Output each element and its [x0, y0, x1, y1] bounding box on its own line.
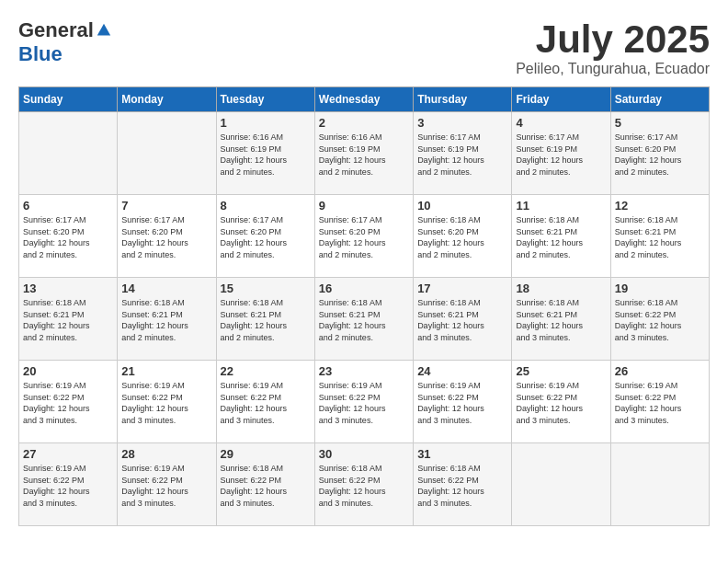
day-number: 6	[23, 199, 113, 213]
weekday-header-monday: Monday	[118, 87, 216, 112]
week-row-4: 20Sunrise: 6:19 AM Sunset: 6:22 PM Dayli…	[19, 361, 710, 443]
day-info: Sunrise: 6:19 AM Sunset: 6:22 PM Dayligh…	[417, 380, 507, 426]
calendar-cell: 4Sunrise: 6:17 AM Sunset: 6:19 PM Daylig…	[512, 112, 610, 195]
page-header: General Blue July 2025 Pelileo, Tungurah…	[18, 18, 710, 77]
day-info: Sunrise: 6:19 AM Sunset: 6:22 PM Dayligh…	[23, 380, 113, 426]
day-number: 20	[23, 364, 113, 378]
day-number: 30	[319, 447, 409, 461]
weekday-header-sunday: Sunday	[19, 87, 118, 112]
day-info: Sunrise: 6:17 AM Sunset: 6:20 PM Dayligh…	[221, 214, 311, 260]
day-info: Sunrise: 6:17 AM Sunset: 6:19 PM Dayligh…	[516, 132, 606, 178]
calendar-table: SundayMondayTuesdayWednesdayThursdayFrid…	[18, 86, 710, 526]
week-row-3: 13Sunrise: 6:18 AM Sunset: 6:21 PM Dayli…	[19, 278, 710, 361]
day-number: 4	[516, 116, 606, 130]
calendar-cell: 10Sunrise: 6:18 AM Sunset: 6:20 PM Dayli…	[414, 195, 512, 278]
day-number: 14	[121, 282, 211, 295]
day-info: Sunrise: 6:18 AM Sunset: 6:21 PM Dayligh…	[121, 297, 211, 343]
title-block: July 2025 Pelileo, Tungurahua, Ecuador	[516, 18, 710, 77]
day-number: 28	[121, 447, 211, 461]
day-number: 10	[417, 199, 507, 213]
location-subtitle: Pelileo, Tungurahua, Ecuador	[516, 61, 710, 77]
calendar-cell	[19, 112, 118, 195]
month-title: July 2025	[516, 18, 710, 61]
day-number: 18	[516, 282, 606, 295]
day-info: Sunrise: 6:17 AM Sunset: 6:20 PM Dayligh…	[615, 132, 705, 178]
day-number: 1	[221, 116, 311, 130]
day-info: Sunrise: 6:16 AM Sunset: 6:19 PM Dayligh…	[221, 132, 311, 178]
calendar-cell: 24Sunrise: 6:19 AM Sunset: 6:22 PM Dayli…	[414, 361, 512, 443]
calendar-cell: 19Sunrise: 6:18 AM Sunset: 6:22 PM Dayli…	[610, 278, 709, 361]
weekday-header-thursday: Thursday	[414, 87, 512, 112]
day-info: Sunrise: 6:17 AM Sunset: 6:20 PM Dayligh…	[121, 214, 211, 260]
day-number: 8	[221, 199, 311, 213]
day-number: 13	[23, 282, 113, 295]
calendar-cell: 14Sunrise: 6:18 AM Sunset: 6:21 PM Dayli…	[118, 278, 216, 361]
calendar-cell: 16Sunrise: 6:18 AM Sunset: 6:21 PM Dayli…	[314, 278, 413, 361]
day-number: 9	[319, 199, 409, 213]
week-row-1: 1Sunrise: 6:16 AM Sunset: 6:19 PM Daylig…	[19, 112, 710, 195]
calendar-cell: 22Sunrise: 6:19 AM Sunset: 6:22 PM Dayli…	[216, 361, 314, 443]
calendar-cell	[512, 443, 610, 526]
day-number: 2	[319, 116, 409, 130]
day-info: Sunrise: 6:18 AM Sunset: 6:22 PM Dayligh…	[319, 463, 409, 509]
weekday-header-saturday: Saturday	[610, 87, 709, 112]
day-number: 31	[417, 447, 507, 461]
day-info: Sunrise: 6:18 AM Sunset: 6:21 PM Dayligh…	[417, 297, 507, 343]
weekday-header-friday: Friday	[512, 87, 610, 112]
calendar-cell	[610, 443, 709, 526]
day-number: 3	[417, 116, 507, 130]
day-info: Sunrise: 6:18 AM Sunset: 6:20 PM Dayligh…	[417, 214, 507, 260]
calendar-cell: 27Sunrise: 6:19 AM Sunset: 6:22 PM Dayli…	[19, 443, 118, 526]
day-number: 22	[221, 364, 311, 378]
calendar-cell: 1Sunrise: 6:16 AM Sunset: 6:19 PM Daylig…	[216, 112, 314, 195]
day-info: Sunrise: 6:18 AM Sunset: 6:21 PM Dayligh…	[516, 297, 606, 343]
day-number: 21	[121, 364, 211, 378]
day-number: 23	[319, 364, 409, 378]
calendar-cell	[118, 112, 216, 195]
day-info: Sunrise: 6:19 AM Sunset: 6:22 PM Dayligh…	[23, 463, 113, 509]
calendar-cell: 3Sunrise: 6:17 AM Sunset: 6:19 PM Daylig…	[414, 112, 512, 195]
day-info: Sunrise: 6:18 AM Sunset: 6:22 PM Dayligh…	[221, 463, 311, 509]
day-number: 27	[23, 447, 113, 461]
calendar-cell: 6Sunrise: 6:17 AM Sunset: 6:20 PM Daylig…	[19, 195, 118, 278]
calendar-cell: 8Sunrise: 6:17 AM Sunset: 6:20 PM Daylig…	[216, 195, 314, 278]
day-info: Sunrise: 6:18 AM Sunset: 6:21 PM Dayligh…	[23, 297, 113, 343]
day-info: Sunrise: 6:19 AM Sunset: 6:22 PM Dayligh…	[221, 380, 311, 426]
day-info: Sunrise: 6:19 AM Sunset: 6:22 PM Dayligh…	[121, 463, 211, 509]
day-info: Sunrise: 6:19 AM Sunset: 6:22 PM Dayligh…	[615, 380, 705, 426]
day-number: 16	[319, 282, 409, 295]
day-info: Sunrise: 6:18 AM Sunset: 6:22 PM Dayligh…	[417, 463, 507, 509]
calendar-cell: 12Sunrise: 6:18 AM Sunset: 6:21 PM Dayli…	[610, 195, 709, 278]
day-number: 7	[121, 199, 211, 213]
logo-blue-text: Blue	[18, 42, 63, 66]
logo-general-text: General	[18, 18, 94, 42]
day-info: Sunrise: 6:18 AM Sunset: 6:21 PM Dayligh…	[615, 214, 705, 260]
day-number: 25	[516, 364, 606, 378]
weekday-header-row: SundayMondayTuesdayWednesdayThursdayFrid…	[19, 87, 710, 112]
svg-marker-0	[97, 24, 110, 36]
day-info: Sunrise: 6:17 AM Sunset: 6:19 PM Dayligh…	[417, 132, 507, 178]
day-number: 29	[221, 447, 311, 461]
day-info: Sunrise: 6:17 AM Sunset: 6:20 PM Dayligh…	[319, 214, 409, 260]
calendar-cell: 25Sunrise: 6:19 AM Sunset: 6:22 PM Dayli…	[512, 361, 610, 443]
day-number: 15	[221, 282, 311, 295]
day-number: 11	[516, 199, 606, 213]
weekday-header-wednesday: Wednesday	[314, 87, 413, 112]
week-row-5: 27Sunrise: 6:19 AM Sunset: 6:22 PM Dayli…	[19, 443, 710, 526]
day-info: Sunrise: 6:19 AM Sunset: 6:22 PM Dayligh…	[319, 380, 409, 426]
calendar-cell: 9Sunrise: 6:17 AM Sunset: 6:20 PM Daylig…	[314, 195, 413, 278]
day-info: Sunrise: 6:18 AM Sunset: 6:21 PM Dayligh…	[516, 214, 606, 260]
day-number: 24	[417, 364, 507, 378]
calendar-cell: 31Sunrise: 6:18 AM Sunset: 6:22 PM Dayli…	[414, 443, 512, 526]
calendar-cell: 28Sunrise: 6:19 AM Sunset: 6:22 PM Dayli…	[118, 443, 216, 526]
day-number: 12	[615, 199, 705, 213]
calendar-cell: 26Sunrise: 6:19 AM Sunset: 6:22 PM Dayli…	[610, 361, 709, 443]
logo-icon	[96, 22, 112, 39]
calendar-cell: 7Sunrise: 6:17 AM Sunset: 6:20 PM Daylig…	[118, 195, 216, 278]
day-number: 26	[615, 364, 705, 378]
calendar-cell: 21Sunrise: 6:19 AM Sunset: 6:22 PM Dayli…	[118, 361, 216, 443]
calendar-cell: 2Sunrise: 6:16 AM Sunset: 6:19 PM Daylig…	[314, 112, 413, 195]
calendar-cell: 5Sunrise: 6:17 AM Sunset: 6:20 PM Daylig…	[610, 112, 709, 195]
day-info: Sunrise: 6:19 AM Sunset: 6:22 PM Dayligh…	[516, 380, 606, 426]
day-info: Sunrise: 6:18 AM Sunset: 6:21 PM Dayligh…	[221, 297, 311, 343]
